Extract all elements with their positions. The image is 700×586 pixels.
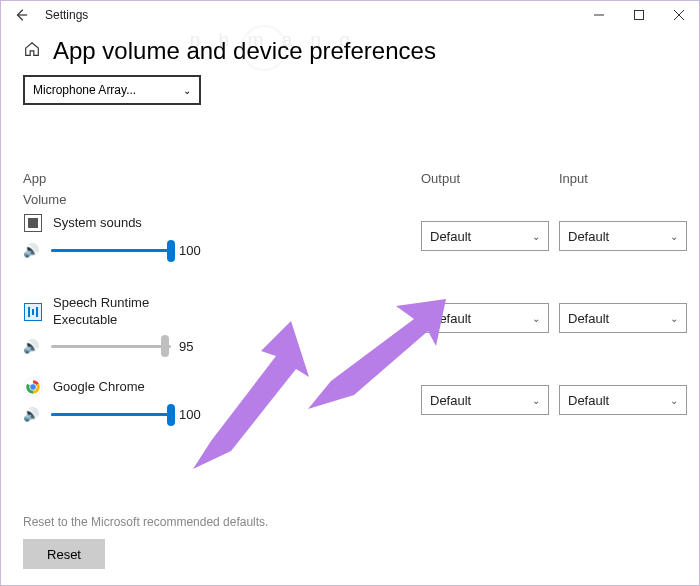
app-name-label: System sounds [53,215,142,232]
window-title: Settings [41,8,88,22]
apps-column: App Volume System sounds 🔊 100 [23,171,413,459]
volume-value: 95 [179,339,205,354]
app-entry: Speech Runtime Executable 🔊 95 [23,295,413,377]
chevron-down-icon: ⌄ [670,231,678,242]
close-button[interactable] [659,1,699,29]
input-device-select[interactable]: Microphone Array... ⌄ [23,75,201,105]
input-selected: Default [568,393,609,408]
column-subheader-volume: Volume [23,192,413,207]
home-icon[interactable] [23,40,41,63]
chevron-down-icon: ⌄ [670,313,678,324]
column-header-input: Input [559,171,689,186]
input-select[interactable]: Default ⌄ [559,221,687,251]
input-selected: Default [568,229,609,244]
input-selected: Default [568,311,609,326]
chevron-down-icon: ⌄ [532,231,540,242]
app-name-label: Google Chrome [53,379,145,396]
input-select[interactable]: Default ⌄ [559,303,687,333]
minimize-icon [594,10,604,20]
svg-rect-2 [635,11,644,20]
volume-slider[interactable] [51,345,171,348]
chevron-down-icon: ⌄ [183,85,191,96]
minimize-button[interactable] [579,1,619,29]
speaker-icon[interactable]: 🔊 [23,407,43,422]
output-selected: Default [430,229,471,244]
chevron-down-icon: ⌄ [532,313,540,324]
output-select[interactable]: Default ⌄ [421,221,549,251]
reset-description: Reset to the Microsoft recommended defau… [23,515,268,529]
app-name-label: Speech Runtime Executable [53,295,193,329]
chevron-down-icon: ⌄ [670,395,678,406]
back-arrow-icon [14,8,28,22]
title-bar: Settings [1,1,699,29]
app-entry: Google Chrome 🔊 100 [23,377,413,459]
volume-slider[interactable] [51,249,171,252]
speaker-icon[interactable]: 🔊 [23,339,43,354]
column-header-app: App [23,171,413,186]
reset-area: Reset to the Microsoft recommended defau… [23,515,268,569]
output-select[interactable]: Default ⌄ [421,385,549,415]
output-selected: Default [430,311,471,326]
chrome-icon [23,377,43,397]
input-select[interactable]: Default ⌄ [559,385,687,415]
volume-value: 100 [179,407,205,422]
volume-slider[interactable] [51,413,171,416]
close-icon [674,10,684,20]
watermark-text: n h m a n g [190,29,356,51]
input-column: Input Default ⌄ Default ⌄ Default ⌄ [559,171,689,459]
output-select[interactable]: Default ⌄ [421,303,549,333]
app-entry: System sounds 🔊 100 [23,213,413,295]
volume-value: 100 [179,243,205,258]
output-selected: Default [430,393,471,408]
system-sounds-icon [23,213,43,233]
reset-button[interactable]: Reset [23,539,105,569]
speech-runtime-icon [23,302,43,322]
window-controls [579,1,699,29]
back-button[interactable] [1,1,41,29]
column-header-output: Output [421,171,551,186]
reset-button-label: Reset [47,547,81,562]
chevron-down-icon: ⌄ [532,395,540,406]
output-column: Output Default ⌄ Default ⌄ Default ⌄ [421,171,551,459]
speaker-icon[interactable]: 🔊 [23,243,43,258]
maximize-button[interactable] [619,1,659,29]
maximize-icon [634,10,644,20]
input-device-selected: Microphone Array... [33,83,136,97]
